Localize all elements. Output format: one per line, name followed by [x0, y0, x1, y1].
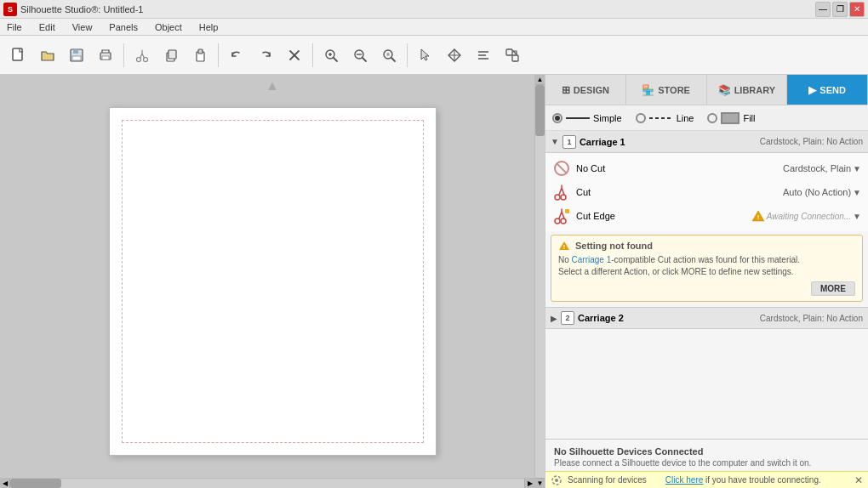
send-tab-icon: ▶	[808, 84, 816, 96]
menu-view[interactable]: View	[69, 21, 96, 33]
no-cut-dropdown[interactable]: Cardstock, Plain ▼	[783, 163, 861, 173]
cut-edge-icon-box	[552, 207, 571, 225]
scanning-text: Scanning for devices	[568, 475, 647, 485]
separator-4	[407, 43, 408, 67]
svg-point-23	[386, 53, 390, 56]
align-tool[interactable]	[470, 42, 497, 69]
carriage2-title: Carriage 2	[578, 313, 757, 323]
warning-box: ! Setting not found No Carriage 1-compat…	[551, 235, 863, 302]
scanning-close-button[interactable]: ✕	[854, 474, 863, 486]
cut-edge-await-text: Awaiting Connection...	[767, 212, 851, 221]
svg-rect-2	[73, 49, 78, 54]
fill-label: Fill	[743, 113, 755, 123]
menu-file[interactable]: File	[3, 21, 26, 33]
print-button[interactable]	[92, 42, 119, 69]
copy-button[interactable]	[157, 42, 185, 69]
menu-panels[interactable]: Panels	[106, 21, 141, 33]
separator-2	[218, 43, 219, 67]
cut-clipboard-button[interactable]	[128, 42, 156, 69]
scanning-link[interactable]: Click here	[665, 475, 703, 485]
radio-line[interactable]	[636, 113, 646, 123]
warning-title: Setting not found	[575, 241, 653, 251]
store-tab-icon: 🏪	[642, 84, 654, 96]
open-button[interactable]	[34, 42, 61, 69]
carriage1-link[interactable]: Carriage 1	[572, 255, 612, 264]
scroll-up-arrow[interactable]: ▲	[266, 78, 279, 94]
line-type-fill[interactable]: Fill	[707, 112, 755, 124]
no-cut-label: No Cut	[576, 163, 778, 173]
minimize-button[interactable]: —	[815, 2, 831, 17]
new-button[interactable]	[5, 42, 32, 69]
no-cut-right-label: Cardstock, Plain	[783, 163, 851, 173]
redo-button[interactable]	[252, 42, 279, 69]
cut-edge-dropdown-arrow[interactable]: ▼	[853, 212, 861, 221]
carriage1-collapse-arrow[interactable]: ▼	[551, 137, 559, 146]
right-panel: ⊞ DESIGN 🏪 STORE 📚 LIBRARY ▶ SEND Simple	[545, 75, 868, 488]
close-button[interactable]: ✕	[849, 2, 865, 17]
svg-rect-30	[512, 55, 518, 61]
cut-icon-box	[552, 183, 571, 201]
cut-icon	[553, 184, 570, 201]
more-button[interactable]: MORE	[811, 281, 855, 296]
svg-rect-11	[198, 49, 203, 54]
zoom-in-button[interactable]	[317, 42, 345, 69]
svg-rect-0	[13, 48, 22, 60]
carriage2-expand-arrow[interactable]: ▶	[551, 314, 557, 323]
device-status-message: Please connect a Silhouette device to th…	[554, 458, 859, 468]
undo-button[interactable]	[223, 42, 250, 69]
carriage2-material: Cardstock, Plain: No Action	[760, 314, 863, 323]
svg-text:!: !	[757, 213, 759, 221]
replicate-tool[interactable]	[499, 42, 526, 69]
no-cut-dropdown-arrow[interactable]: ▼	[853, 164, 861, 173]
warning-header-icon: !	[558, 241, 570, 251]
title-bar-controls[interactable]: — ❐ ✕	[815, 2, 865, 17]
zoom-out-button[interactable]	[346, 42, 374, 69]
restore-button[interactable]: ❐	[832, 2, 848, 17]
canvas-vscroll[interactable]: ▲ ▼	[534, 75, 545, 488]
canvas-page-inner	[122, 120, 424, 443]
canvas-hscroll[interactable]: ◀ ▶	[0, 478, 534, 488]
cut-dropdown-arrow[interactable]: ▼	[853, 188, 861, 197]
carriage1-title: Carriage 1	[580, 137, 757, 147]
tab-library[interactable]: 📚 LIBRARY	[707, 75, 788, 105]
scanning-message: Click here if you have trouble connectin…	[665, 475, 821, 485]
action-rows: No Cut Cardstock, Plain ▼ Cut Auto	[545, 153, 868, 231]
carriage2-header: ▶ 2 Carriage 2 Cardstock, Plain: No Acti…	[545, 307, 868, 329]
menu-object[interactable]: Object	[151, 21, 186, 33]
menu-edit[interactable]: Edit	[36, 21, 59, 33]
cut-dropdown[interactable]: Auto (No Action) ▼	[783, 187, 861, 197]
line-label: Line	[677, 113, 694, 123]
line-type-simple[interactable]: Simple	[552, 113, 622, 123]
paste-button[interactable]	[186, 42, 214, 69]
store-tab-label: STORE	[658, 85, 690, 95]
svg-rect-3	[72, 56, 81, 60]
canvas-area[interactable]: ▲ ▲ ▼ ◀ ▶	[0, 75, 545, 488]
svg-rect-36	[565, 209, 569, 213]
svg-text:!: !	[563, 244, 565, 250]
transform-tool[interactable]	[441, 42, 468, 69]
line-type-line[interactable]: Line	[636, 113, 694, 123]
cut-label: Cut	[576, 187, 778, 197]
cut-edge-dropdown[interactable]: ! Awaiting Connection... ▼	[751, 210, 861, 222]
warning-text-1: No Carriage 1-compatible Cut action was …	[558, 254, 855, 266]
svg-point-35	[561, 218, 566, 224]
simple-preview	[566, 117, 590, 119]
tab-design[interactable]: ⊞ DESIGN	[545, 75, 626, 105]
menu-help[interactable]: Help	[196, 21, 222, 33]
cut-row: Cut Auto (No Action) ▼	[545, 180, 868, 204]
fill-preview	[721, 112, 740, 124]
scanning-link-suffix: if you have trouble connecting.	[703, 475, 820, 485]
save-button[interactable]	[63, 42, 90, 69]
delete-button[interactable]	[281, 42, 308, 69]
zoom-window-button[interactable]	[375, 42, 403, 69]
tab-send[interactable]: ▶ SEND	[787, 75, 868, 105]
device-status: No Silhouette Devices Connected Please c…	[545, 439, 868, 471]
tab-store[interactable]: 🏪 STORE	[626, 75, 707, 105]
title-bar-text: Silhouette Studio®: Untitled-1	[20, 4, 143, 14]
radio-simple[interactable]	[552, 113, 562, 123]
radio-fill[interactable]	[707, 113, 717, 123]
no-cut-icon	[554, 161, 569, 176]
pointer-tool[interactable]	[412, 42, 439, 69]
design-tab-label: DESIGN	[574, 85, 609, 95]
cut-edge-icon	[553, 207, 570, 224]
